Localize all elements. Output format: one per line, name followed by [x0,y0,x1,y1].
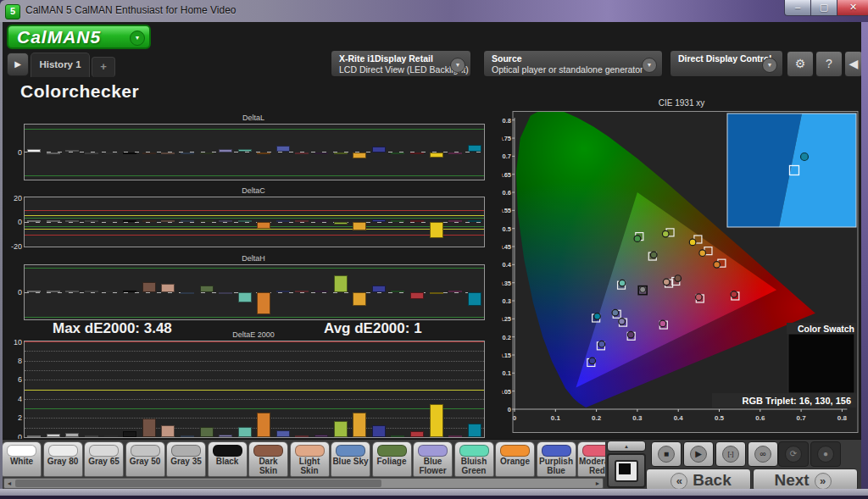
measured-dot-purple [627,331,634,338]
measured-dot-cyan [594,313,601,320]
minimize-button[interactable]: – [784,0,811,16]
next-button[interactable]: Next» [753,469,858,491]
swatch-button-bluish-green[interactable]: Bluish Green [454,441,494,477]
play-button[interactable]: ▶ [683,441,714,467]
window-edge-left [0,22,3,489]
measured-dot-light-skin [663,279,670,286]
swatch-button-blue-sky[interactable]: Blue Sky [331,441,370,477]
swatch-button-blue-flower[interactable]: Blue Flower [413,441,453,477]
app-logo[interactable]: CalMAN5 ▼ [7,25,151,49]
play-icon: ▶ [690,446,707,463]
swatch-window-button[interactable] [607,453,646,488]
stop-button[interactable]: ■ [651,441,682,467]
swatch-button-white[interactable]: White [2,441,42,477]
continuous-measure-button[interactable]: ∞ [748,441,778,467]
limit-line [25,175,484,176]
window-edge-bottom [0,489,868,496]
swatch-button-orange[interactable]: Orange [495,441,535,477]
swatch-button-black[interactable]: Black [208,441,248,477]
scrollbar-thumb[interactable] [15,480,381,487]
app-logo-label: CalMAN5 [17,27,101,47]
swatch-color [171,445,201,457]
swatch-button-moderate-red[interactable]: Moderate Red [577,441,605,477]
tab-history-1[interactable]: History 1 [31,53,90,77]
back-label: Back [693,471,731,489]
swatch-button-light-skin[interactable]: Light Skin [290,441,330,477]
limit-line [25,210,484,211]
display-control-dropdown[interactable]: Direct Display Control ▼ [670,50,783,77]
history-nav-button[interactable]: ▶ [7,53,29,76]
axis-tick: 0 [3,288,22,297]
bar-blue-sky [181,292,194,294]
meter-dropdown[interactable]: X-Rite i1Display Retail LCD Direct View … [331,50,471,77]
bar-green [391,291,404,292]
scroll-left-icon[interactable]: ◄ [4,479,14,488]
bar-moderate-red [295,220,309,222]
limit-line [25,229,484,230]
record-button[interactable]: ● [810,441,841,467]
title-bar[interactable]: 5 CalMAN 5 CalMAN Enthusiast for Home Vi… [0,0,868,23]
svg-text:0.6: 0.6 [503,189,511,197]
bar-black [123,431,136,437]
swatch-label: White [3,457,40,466]
swatch-label: Gray 50 [127,457,164,466]
bar-black [123,152,136,155]
swatch-button-gray-50[interactable]: Gray 50 [125,441,165,477]
refresh-button[interactable]: ⟳ [778,441,809,467]
settings-gear-button[interactable]: ⚙ [787,51,814,77]
bar-gray-80 [47,220,60,222]
help-button[interactable]: ? [815,51,843,77]
collapse-panel-button[interactable]: ◀ [844,51,863,77]
swatch-color [295,445,325,457]
bar-gray-65 [65,150,79,152]
swatch-button-gray-35[interactable]: Gray 35 [166,441,206,477]
white-point-dot [640,286,646,292]
gridline [25,418,484,419]
bar-dark-skin [142,152,156,154]
bar-orange [257,413,270,437]
bar-cyan [468,292,481,306]
chevron-down-icon[interactable]: ▼ [450,58,465,73]
svg-text:0.35: 0.35 [502,280,511,287]
swatch-button-gray-65[interactable]: Gray 65 [84,441,124,477]
back-button[interactable]: «Back [646,469,751,491]
measured-dot-dark-skin [675,275,682,282]
display-control-status-bar [670,51,674,76]
chevron-down-icon[interactable]: ▼ [762,58,777,73]
bar-green [391,152,404,154]
chevron-down-icon[interactable]: ▼ [642,58,657,73]
close-button[interactable]: ✕ [837,0,868,16]
limit-line [25,408,484,409]
single-measure-button[interactable]: [-] [715,441,746,467]
scroll-right-icon[interactable]: ► [593,479,603,488]
swatch-button-dark-skin[interactable]: Dark Skin [248,441,288,477]
add-tab-button[interactable]: + [92,57,115,77]
measured-dot-blue-sky [612,309,619,316]
svg-text:0.8: 0.8 [837,414,848,422]
swatch-button-foliage[interactable]: Foliage [372,441,412,477]
swatch-panel-up-button[interactable]: ▲ [607,441,646,452]
source-dropdown[interactable]: Source Optical player or standalone gene… [483,50,663,77]
display-control-name: Direct Display Control [678,53,771,64]
swatch-label: Gray 65 [86,457,122,466]
swatch-color [213,445,242,457]
bar-gray-80 [47,434,60,437]
swatch-button-gray-80[interactable]: Gray 80 [43,441,83,477]
gridline [25,380,484,380]
logo-dropdown-icon[interactable]: ▼ [130,30,145,46]
maximize-button[interactable]: ▢ [810,0,837,16]
bar-gray-80 [47,291,60,292]
color-swatch-box [788,334,854,393]
continuous-measure-icon: ∞ [754,446,771,463]
measured-dot-blue [589,358,596,364]
cie-chart-title: CIE 1931 xy [502,98,861,108]
axis-tick: 10 [3,338,22,347]
limit-line [25,341,484,342]
swatch-button-purplish-blue[interactable]: Purplish Blue [537,441,576,477]
swatch-scrollbar[interactable]: ◄ ► [3,478,604,489]
bar-orange-yellow [353,292,366,306]
svg-text:0.15: 0.15 [502,352,511,359]
swatch-label: Dark Skin [250,457,287,475]
bar-gray-65 [65,433,79,437]
bar-purple [314,152,328,154]
